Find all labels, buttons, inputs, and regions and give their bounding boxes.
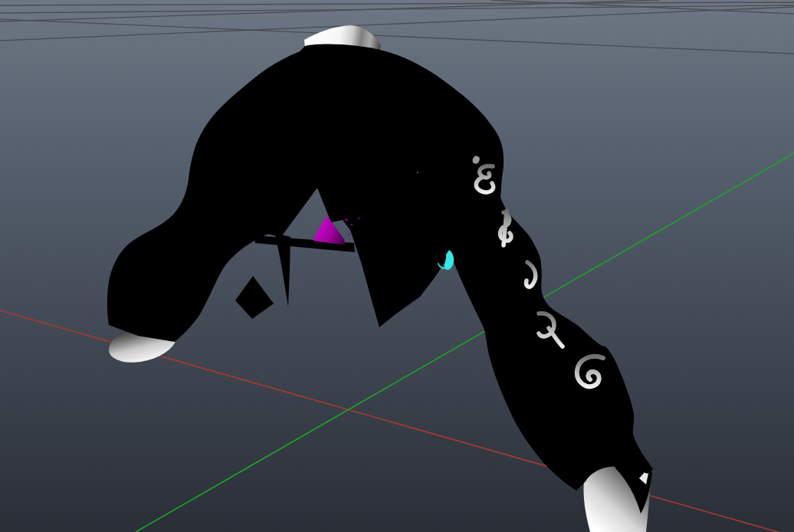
magenta-speck (351, 224, 353, 226)
magenta-speck (345, 218, 348, 222)
fabric-speck (417, 172, 419, 174)
viewport-canvas[interactable] (0, 0, 794, 532)
magenta-speck (358, 218, 360, 220)
magenta-speck (348, 234, 350, 236)
3d-viewport[interactable] (0, 0, 794, 532)
